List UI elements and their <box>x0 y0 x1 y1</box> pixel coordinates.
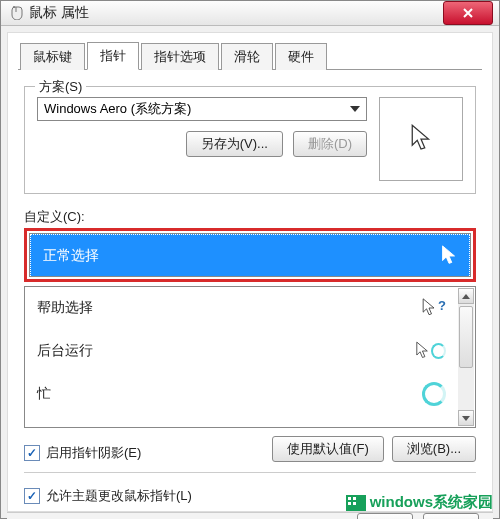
delete-button[interactable]: 删除(D) <box>293 131 367 157</box>
chevron-down-icon <box>350 106 360 112</box>
tab-buttons[interactable]: 鼠标键 <box>20 43 85 70</box>
allow-theme-checkbox-row[interactable]: ✓ 允许主题更改鼠标指针(L) <box>24 487 476 505</box>
tab-strip: 鼠标键 指针 指针选项 滑轮 硬件 <box>18 41 482 70</box>
pointer-listbox[interactable]: 正常选择 <box>29 233 471 277</box>
list-item[interactable]: 帮助选择 ? <box>25 287 458 330</box>
pointer-preview <box>379 97 463 181</box>
scheme-dropdown[interactable]: Windows Aero (系统方案) <box>37 97 367 121</box>
pointer-listbox-rest[interactable]: 帮助选择 ? 后台运行 忙 <box>24 286 476 428</box>
checkbox[interactable]: ✓ <box>24 488 40 504</box>
check-icon: ✓ <box>27 447 37 459</box>
mouse-icon <box>9 6 23 20</box>
scrollbar-vertical[interactable] <box>458 288 474 426</box>
cursor-arrow-icon <box>427 245 457 267</box>
tab-pointers[interactable]: 指针 <box>87 42 139 70</box>
list-item-label: 忙 <box>37 385 51 403</box>
close-button[interactable] <box>443 1 493 25</box>
tab-page-pointers: 方案(S) Windows Aero (系统方案) 另存为(V)... 删除(D… <box>18 70 482 511</box>
list-item-label: 正常选择 <box>43 247 99 265</box>
tab-hardware[interactable]: 硬件 <box>275 43 327 70</box>
customize-label: 自定义(C): <box>24 208 476 226</box>
list-item-label: 后台运行 <box>37 342 93 360</box>
check-icon: ✓ <box>27 490 37 502</box>
cursor-help-icon: ? <box>416 298 446 318</box>
enable-shadow-checkbox-row[interactable]: ✓ 启用指针阴影(E) <box>24 444 141 462</box>
mouse-properties-window: 鼠标 属性 鼠标键 指针 指针选项 滑轮 硬件 方案(S) Windows Ae… <box>0 0 500 519</box>
list-item[interactable]: 正常选择 <box>30 234 470 276</box>
tab-pointer-options[interactable]: 指针选项 <box>141 43 219 70</box>
use-default-button[interactable]: 使用默认值(F) <box>272 436 384 462</box>
cursor-working-icon <box>416 341 446 361</box>
dialog-footer: 确定 取消 <box>7 512 493 519</box>
separator <box>24 472 476 473</box>
annotation-highlight: 正常选择 <box>24 228 476 282</box>
cancel-button[interactable]: 取消 <box>423 513 479 519</box>
scheme-group-label: 方案(S) <box>35 78 86 96</box>
list-item[interactable]: 后台运行 <box>25 330 458 373</box>
window-title: 鼠标 属性 <box>29 4 443 22</box>
scroll-thumb[interactable] <box>459 306 473 368</box>
close-icon <box>462 7 474 19</box>
chevron-down-icon <box>462 416 470 421</box>
scheme-group: 方案(S) Windows Aero (系统方案) 另存为(V)... 删除(D… <box>24 86 476 194</box>
list-item[interactable]: 忙 <box>25 373 458 416</box>
scheme-selected-value: Windows Aero (系统方案) <box>44 100 191 118</box>
save-as-button[interactable]: 另存为(V)... <box>186 131 283 157</box>
allow-theme-label: 允许主题更改鼠标指针(L) <box>46 487 192 505</box>
scroll-down-button[interactable] <box>458 410 474 426</box>
titlebar[interactable]: 鼠标 属性 <box>1 1 499 26</box>
list-item-label: 帮助选择 <box>37 299 93 317</box>
enable-shadow-label: 启用指针阴影(E) <box>46 444 141 462</box>
browse-button[interactable]: 浏览(B)... <box>392 436 476 462</box>
checkbox[interactable]: ✓ <box>24 445 40 461</box>
scroll-up-button[interactable] <box>458 288 474 304</box>
chevron-up-icon <box>462 294 470 299</box>
cursor-arrow-icon <box>409 124 433 154</box>
ok-button[interactable]: 确定 <box>357 513 413 519</box>
tab-wheel[interactable]: 滑轮 <box>221 43 273 70</box>
client-area: 鼠标键 指针 指针选项 滑轮 硬件 方案(S) Windows Aero (系统… <box>7 32 493 512</box>
cursor-busy-icon <box>416 382 446 406</box>
